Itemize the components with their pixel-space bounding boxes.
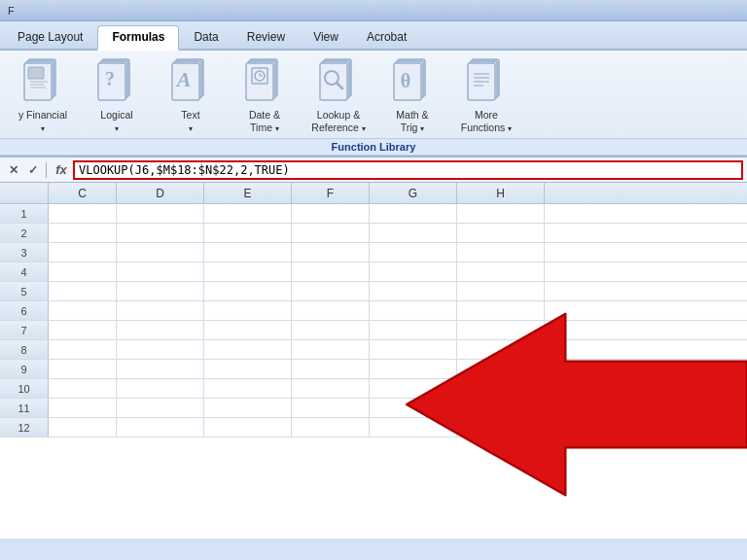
ribbon-icon-row: y Financial ▾ ? Logical ▾: [0, 51, 747, 138]
cell[interactable]: [117, 360, 204, 379]
cell[interactable]: [457, 399, 545, 418]
cell[interactable]: [292, 204, 370, 224]
cell[interactable]: [49, 418, 117, 438]
cell[interactable]: [370, 243, 457, 262]
cell[interactable]: [292, 321, 370, 340]
cancel-button[interactable]: ✕: [4, 160, 23, 180]
cell[interactable]: [204, 340, 292, 360]
cell[interactable]: [457, 282, 545, 301]
cell[interactable]: [204, 204, 292, 224]
tab-view[interactable]: View: [300, 26, 352, 49]
cell[interactable]: [370, 360, 457, 379]
cell[interactable]: [204, 321, 292, 340]
ribbon-group-math[interactable]: θ Math &Trig ▾: [377, 54, 447, 138]
cell[interactable]: [49, 360, 117, 379]
tab-data[interactable]: Data: [180, 26, 231, 49]
cell[interactable]: [370, 418, 457, 438]
cell[interactable]: [117, 243, 204, 262]
cell[interactable]: [117, 379, 204, 399]
cell[interactable]: [370, 262, 457, 282]
cell[interactable]: [370, 379, 457, 399]
cell[interactable]: [49, 321, 117, 340]
cell[interactable]: [292, 399, 370, 418]
title-bar: F: [0, 0, 747, 21]
cell[interactable]: [117, 321, 204, 340]
tab-formulas[interactable]: Formulas: [97, 25, 179, 51]
cell[interactable]: [292, 224, 370, 243]
cell[interactable]: [49, 379, 117, 399]
tab-acrobat[interactable]: Acrobat: [353, 26, 420, 49]
ribbon-group-lookup[interactable]: Lookup &Reference ▾: [303, 54, 374, 138]
cell[interactable]: [292, 301, 370, 321]
cell[interactable]: [117, 282, 204, 301]
tab-review[interactable]: Review: [233, 26, 299, 49]
table-row: 7: [0, 321, 747, 340]
confirm-button[interactable]: ✓: [23, 160, 43, 180]
cell[interactable]: [457, 340, 545, 360]
cell[interactable]: [49, 243, 117, 262]
cell[interactable]: [117, 418, 204, 438]
table-row: 4: [0, 262, 747, 282]
table-row: 6: [0, 301, 747, 321]
cell[interactable]: [370, 204, 457, 224]
cell[interactable]: [370, 399, 457, 418]
cell[interactable]: [117, 301, 204, 321]
cell[interactable]: [204, 301, 292, 321]
cell[interactable]: [49, 399, 117, 418]
tab-page-layout[interactable]: Page Layout: [4, 26, 96, 49]
cell[interactable]: [117, 224, 204, 243]
cell[interactable]: [457, 243, 545, 262]
cell[interactable]: [292, 379, 370, 399]
ribbon-group-financial[interactable]: y Financial ▾: [8, 54, 78, 138]
cell[interactable]: [370, 321, 457, 340]
ribbon-group-text[interactable]: A Text ▾: [156, 54, 226, 138]
cell[interactable]: [49, 224, 117, 243]
cell[interactable]: [292, 340, 370, 360]
cell[interactable]: [292, 282, 370, 301]
cell[interactable]: [457, 262, 545, 282]
ribbon-group-datetime[interactable]: Date &Time ▾: [230, 54, 300, 138]
cell[interactable]: [204, 399, 292, 418]
cell[interactable]: [370, 301, 457, 321]
formula-input[interactable]: [73, 160, 743, 180]
cell[interactable]: [204, 379, 292, 399]
cell[interactable]: [292, 262, 370, 282]
cell[interactable]: [457, 379, 545, 399]
cell[interactable]: [117, 262, 204, 282]
cell[interactable]: [370, 282, 457, 301]
cell[interactable]: [457, 301, 545, 321]
cell[interactable]: [292, 418, 370, 438]
cell[interactable]: [117, 340, 204, 360]
row-num: 2: [0, 224, 49, 242]
cell[interactable]: [117, 399, 204, 418]
cell[interactable]: [457, 224, 545, 243]
cell[interactable]: [204, 224, 292, 243]
table-row: 3: [0, 243, 747, 262]
cell[interactable]: [204, 243, 292, 262]
cell[interactable]: [292, 243, 370, 262]
cell[interactable]: [49, 301, 117, 321]
cell[interactable]: [204, 262, 292, 282]
cell[interactable]: [457, 360, 545, 379]
spreadsheet-grid: 1 2 3 4 5 6 7 8 9 10 11 12: [0, 204, 747, 539]
cell[interactable]: [204, 282, 292, 301]
cell[interactable]: [49, 262, 117, 282]
cell[interactable]: [292, 360, 370, 379]
cell[interactable]: [204, 418, 292, 438]
cell[interactable]: [204, 360, 292, 379]
cell[interactable]: [370, 340, 457, 360]
cell[interactable]: [117, 204, 204, 224]
cell[interactable]: [457, 321, 545, 340]
fx-button[interactable]: fx: [50, 160, 73, 180]
cell[interactable]: [49, 204, 117, 224]
function-library-label: Function Library: [0, 138, 747, 156]
ribbon-group-more[interactable]: MoreFunctions ▾: [451, 54, 521, 138]
ribbon-group-logical[interactable]: ? Logical ▾: [82, 54, 152, 138]
cell[interactable]: [370, 224, 457, 243]
cell[interactable]: [457, 204, 545, 224]
cell[interactable]: [49, 282, 117, 301]
cell[interactable]: [49, 340, 117, 360]
financial-icon-wrap: [18, 54, 68, 107]
row-num-header: [0, 183, 49, 203]
cell[interactable]: [457, 418, 545, 438]
